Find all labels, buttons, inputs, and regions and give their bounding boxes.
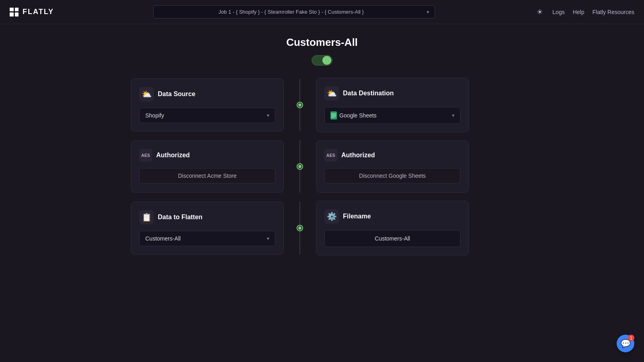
data-flatten-card-wrapper: 📋 Data to Flatten Customers-All ▾ <box>131 202 284 255</box>
cloud-upload-icon: ⛅ <box>139 87 154 101</box>
connector-dot-1 <box>297 103 302 107</box>
job-selector-text: Job 1 - { Shopify } - { Steamroller Fake… <box>159 9 423 15</box>
dest-auth-header: AES Authorized <box>324 149 460 162</box>
data-destination-title: Data Destination <box>343 90 394 97</box>
header: FLATLY Job 1 - { Shopify } - { Steamroll… <box>0 0 644 24</box>
filename-card: ⚙️ Filename Customers-All <box>316 201 469 255</box>
main-content: Customers-All ⛅ Data Source Shopify <box>0 24 644 267</box>
data-source-dropdown[interactable]: Shopify ▾ <box>139 108 275 123</box>
source-auth-header: AES Authorized <box>139 149 275 162</box>
row-1: ⛅ Data Source Shopify ▾ <box>131 78 513 132</box>
source-auth-card: AES Authorized Disconnect Acme Store <box>131 140 284 193</box>
toggle-container <box>312 55 332 66</box>
disconnect-acme-button[interactable]: Disconnect Acme Store <box>139 168 275 183</box>
chat-badge: 1 <box>628 335 634 341</box>
source-auth-title: Authorized <box>156 152 190 159</box>
help-link[interactable]: Help <box>573 9 584 15</box>
flatten-icon: 📋 <box>139 210 154 224</box>
header-actions: ☀ Logs Help Flatly Resources <box>535 6 634 18</box>
data-flatten-card: 📋 Data to Flatten Customers-All ▾ <box>131 202 284 255</box>
data-flatten-title: Data to Flatten <box>158 214 202 221</box>
page-title: Customers-All <box>286 36 358 49</box>
chat-widget[interactable]: 💬 1 <box>617 335 634 352</box>
svg-rect-1 <box>331 113 336 114</box>
data-source-header: ⛅ Data Source <box>139 87 275 101</box>
dest-auth-title: Authorized <box>341 152 375 159</box>
cloud-download-icon: ⛅ <box>324 86 339 101</box>
job-selector[interactable]: Job 1 - { Shopify } - { Steamroller Fake… <box>153 5 435 19</box>
active-toggle[interactable] <box>312 55 332 66</box>
data-source-value: Shopify <box>145 112 164 119</box>
logo-icon <box>10 8 19 16</box>
filename-header: ⚙️ Filename <box>324 209 460 224</box>
connector-dot-2 <box>297 164 302 169</box>
data-flatten-value: Customers-All <box>145 235 181 242</box>
dest-auth-card-wrapper: AES Authorized Disconnect Google Sheets <box>316 140 469 193</box>
dest-auth-card: AES Authorized Disconnect Google Sheets <box>316 140 469 193</box>
svg-rect-4 <box>331 117 334 118</box>
filename-icon: ⚙️ <box>324 209 339 224</box>
logo-text: FLATLY <box>23 8 54 16</box>
chevron-down-icon: ▾ <box>427 9 429 15</box>
data-flatten-dropdown[interactable]: Customers-All ▾ <box>139 231 275 246</box>
data-destination-header: ⛅ Data Destination <box>324 86 460 101</box>
chevron-down-icon: ▾ <box>452 113 454 118</box>
theme-toggle-button[interactable]: ☀ <box>535 6 545 18</box>
data-destination-dropdown[interactable]: Google Sheets ▾ <box>324 107 460 124</box>
dest-aes-icon: AES <box>324 149 337 162</box>
source-auth-card-wrapper: AES Authorized Disconnect Acme Store <box>131 140 284 193</box>
chevron-down-icon: ▾ <box>267 236 269 241</box>
disconnect-google-sheets-button[interactable]: Disconnect Google Sheets <box>324 168 460 183</box>
chevron-down-icon: ▾ <box>267 113 269 118</box>
data-destination-value: Google Sheets <box>330 111 377 119</box>
center-connector-3 <box>284 202 316 254</box>
filename-card-wrapper: ⚙️ Filename Customers-All <box>316 201 469 255</box>
data-flatten-header: 📋 Data to Flatten <box>139 210 275 224</box>
data-destination-card-wrapper: ⛅ Data Destination <box>316 78 469 132</box>
logs-link[interactable]: Logs <box>553 9 565 15</box>
flatly-resources-link[interactable]: Flatly Resources <box>592 9 634 15</box>
source-aes-icon: AES <box>139 149 152 162</box>
connector-dot-3 <box>297 226 302 230</box>
center-connector-1 <box>284 79 316 131</box>
data-source-card: ⛅ Data Source Shopify ▾ <box>131 78 284 132</box>
google-sheets-icon <box>330 111 337 119</box>
filename-title: Filename <box>343 213 371 220</box>
center-connector-2 <box>284 140 316 193</box>
data-source-card-wrapper: ⛅ Data Source Shopify ▾ <box>131 78 284 132</box>
filename-value: Customers-All <box>324 230 460 247</box>
full-layout: ⛅ Data Source Shopify ▾ <box>131 78 513 255</box>
svg-rect-0 <box>330 111 337 119</box>
data-source-title: Data Source <box>158 90 195 98</box>
svg-rect-2 <box>331 115 336 115</box>
row-2: AES Authorized Disconnect Acme Store AES <box>131 140 513 193</box>
data-destination-card: ⛅ Data Destination <box>316 78 469 132</box>
svg-rect-3 <box>331 116 336 117</box>
toggle-knob <box>322 56 331 65</box>
row-3: 📋 Data to Flatten Customers-All ▾ <box>131 201 513 255</box>
logo: FLATLY <box>10 8 54 16</box>
